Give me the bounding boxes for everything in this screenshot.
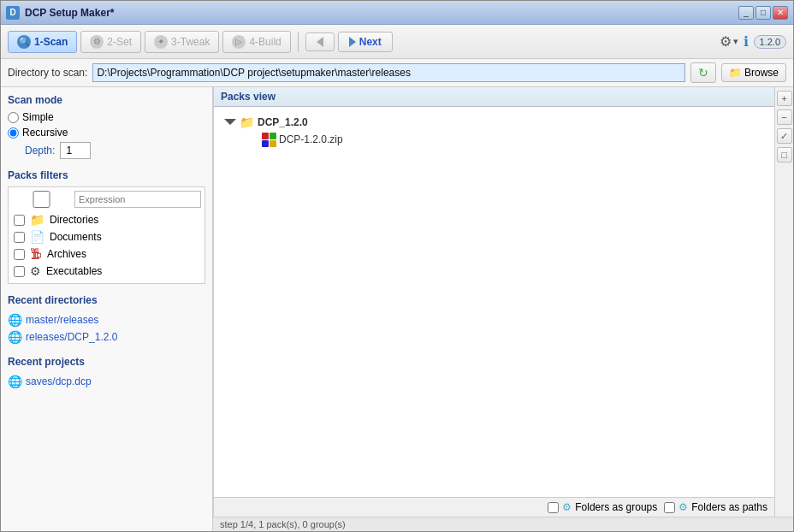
directories-label: Directories [50,214,98,226]
globe-icon-3: 🌐 [8,375,22,388]
documents-checkbox[interactable] [14,232,25,243]
settings-icon: ⚙ [720,33,732,50]
settings-arrow: ▾ [733,36,738,47]
recent-dir-2-label: releases/DCP_1.2.0 [26,331,117,343]
maximize-button[interactable]: □ [755,6,771,20]
packs-view-header: Packs view [214,87,774,107]
recent-dir-2[interactable]: 🌐 releases/DCP_1.2.0 [8,328,205,346]
tree-folder-icon: 📁 [240,115,254,129]
depth-label: Depth: [25,145,55,157]
executables-label: Executables [46,265,102,277]
step4-button[interactable]: ▷ 4-Build [222,31,290,53]
globe-icon-1: 🌐 [8,313,22,327]
filter-documents: 📄 Documents [12,228,201,245]
simple-radio[interactable] [8,112,19,123]
step3-button[interactable]: ✦ 3-Tweak [145,31,219,53]
executable-filter-icon: ⚙ [30,264,41,278]
sidebar-btn-3[interactable]: ✓ [777,128,792,144]
packs-panel: Packs view 📁 DCP_1.2.0 [213,87,774,517]
recent-project-1[interactable]: 🌐 saves/dcp.dcp [8,373,205,390]
content-area: Scan mode Simple Recursive Depth: Packs … [1,87,793,531]
expression-input[interactable] [74,191,201,208]
scan-mode-section: Scan mode Simple Recursive Depth: [8,94,205,159]
globe-icon-2: 🌐 [8,330,22,344]
next-button[interactable]: Next [338,32,393,52]
browse-label: Browse [744,67,779,79]
depth-row: Depth: [25,142,205,159]
executables-checkbox[interactable] [14,266,25,277]
back-arrow-icon [317,37,323,47]
recent-dir-1-label: master/releases [26,314,98,326]
step4-icon: ▷ [232,35,246,49]
step1-icon: 🔍 [17,35,31,49]
settings-button[interactable]: ⚙ ▾ [720,33,738,50]
filters-title: Packs filters [8,169,205,181]
filter-search-row [12,191,201,208]
info-button[interactable]: ℹ [744,33,749,50]
expression-checkbox[interactable] [12,191,71,208]
recursive-radio-row: Recursive [8,127,205,139]
tree-zip-item[interactable]: DCP-1.2.0.zip [245,131,767,148]
folder-browse-icon: 📁 [729,67,742,79]
step2-icon: ⚙ [90,35,104,49]
archives-label: Archives [47,248,86,260]
step1-button[interactable]: 🔍 1-Scan [8,31,77,53]
folders-as-groups-checkbox[interactable] [548,502,559,513]
step1-label: 1-Scan [34,36,68,48]
folders-as-paths-label: Folders as paths [691,501,767,513]
simple-radio-row: Simple [8,111,205,123]
step2-button[interactable]: ⚙ 2-Set [80,31,141,53]
step2-label: 2-Set [107,36,132,48]
directories-checkbox[interactable] [14,215,25,226]
gear-icon-1: ⚙ [562,501,572,513]
info-icon: ℹ [744,33,749,50]
scan-mode-title: Scan mode [8,94,205,106]
bottom-options-bar: ⚙ Folders as groups ⚙ Folders as paths [214,497,774,517]
app-icon: D [6,6,20,20]
directory-bar: Directory to scan: ↻ 📁 Browse [1,59,793,87]
back-button[interactable] [305,33,335,51]
sidebar-btn-1[interactable]: + [777,91,792,106]
sidebar-btn-4[interactable]: □ [777,147,792,163]
tree-expand-icon [224,119,236,129]
refresh-icon: ↻ [698,66,708,80]
step3-label: 3-Tweak [171,36,210,48]
tree-folder-label: DCP_1.2.0 [258,116,308,128]
refresh-button[interactable]: ↻ [690,62,716,83]
recursive-radio[interactable] [8,127,19,139]
left-panel: Scan mode Simple Recursive Depth: Packs … [1,87,213,531]
browse-button[interactable]: 📁 Browse [721,63,786,82]
depth-input[interactable] [60,142,91,159]
recursive-label: Recursive [22,127,68,139]
tree-folder-dcp[interactable]: 📁 DCP_1.2.0 [221,114,767,131]
directory-input[interactable] [92,63,685,82]
window-title: DCP Setup Maker* [25,7,738,19]
simple-label: Simple [22,111,54,123]
recent-dirs-title: Recent directories [8,294,205,306]
recent-dir-1[interactable]: 🌐 master/releases [8,311,205,328]
zip-file-icon [262,133,276,146]
minimize-button[interactable]: _ [738,6,754,20]
separator [298,32,299,52]
folders-as-paths-option: ⚙ Folders as paths [664,501,767,513]
toolbar-right: ⚙ ▾ ℹ 1.2.0 [720,33,786,50]
folders-as-paths-checkbox[interactable] [664,502,675,513]
sidebar-btn-2[interactable]: − [777,109,792,125]
step4-label: 4-Build [249,36,281,48]
folders-as-groups-option: ⚙ Folders as groups [548,501,657,513]
filter-executables: ⚙ Executables [12,263,201,280]
title-bar: D DCP Setup Maker* _ □ ✕ [1,1,793,25]
main-window: D DCP Setup Maker* _ □ ✕ 🔍 1-Scan ⚙ 2-Se… [0,0,794,532]
gear-icon-2: ⚙ [678,501,688,513]
filters-section: Packs filters 📁 Directories 📄 Docu [8,169,205,284]
right-area: Packs view 📁 DCP_1.2.0 [213,87,793,531]
tree-children: DCP-1.2.0.zip [245,131,767,148]
archives-checkbox[interactable] [14,249,25,260]
directory-label: Directory to scan: [8,67,87,79]
status-text: step 1/4, 1 pack(s), 0 group(s) [220,519,346,529]
filter-directories: 📁 Directories [12,211,201,228]
next-arrow-icon [349,37,356,47]
close-button[interactable]: ✕ [773,6,788,20]
recent-project-1-label: saves/dcp.dcp [26,375,92,387]
version-badge: 1.2.0 [754,35,786,49]
